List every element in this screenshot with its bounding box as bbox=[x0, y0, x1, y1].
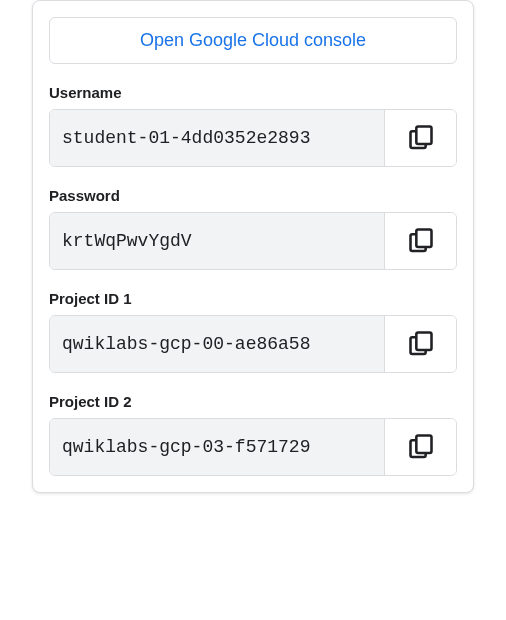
password-value: krtWqPwvYgdV bbox=[50, 213, 384, 269]
username-group: Username student-01-4dd0352e2893 bbox=[49, 84, 457, 167]
project-id-1-value: qwiklabs-gcp-00-ae86a58 bbox=[50, 316, 384, 372]
copy-icon bbox=[407, 329, 435, 360]
password-group: Password krtWqPwvYgdV bbox=[49, 187, 457, 270]
copy-icon bbox=[407, 432, 435, 463]
svg-rect-0 bbox=[416, 126, 431, 144]
svg-rect-1 bbox=[416, 229, 431, 247]
open-console-button[interactable]: Open Google Cloud console bbox=[49, 17, 457, 64]
project-id-1-group: Project ID 1 qwiklabs-gcp-00-ae86a58 bbox=[49, 290, 457, 373]
password-label: Password bbox=[49, 187, 457, 204]
project-id-2-group: Project ID 2 qwiklabs-gcp-03-f571729 bbox=[49, 393, 457, 476]
project-id-2-label: Project ID 2 bbox=[49, 393, 457, 410]
project-id-1-label: Project ID 1 bbox=[49, 290, 457, 307]
copy-password-button[interactable] bbox=[384, 213, 456, 269]
copy-username-button[interactable] bbox=[384, 110, 456, 166]
svg-rect-2 bbox=[416, 332, 431, 350]
svg-rect-3 bbox=[416, 435, 431, 453]
copy-icon bbox=[407, 226, 435, 257]
copy-project-id-2-button[interactable] bbox=[384, 419, 456, 475]
username-label: Username bbox=[49, 84, 457, 101]
copy-icon bbox=[407, 123, 435, 154]
project-id-1-row: qwiklabs-gcp-00-ae86a58 bbox=[49, 315, 457, 373]
username-row: student-01-4dd0352e2893 bbox=[49, 109, 457, 167]
username-value: student-01-4dd0352e2893 bbox=[50, 110, 384, 166]
project-id-2-value: qwiklabs-gcp-03-f571729 bbox=[50, 419, 384, 475]
credentials-card: Open Google Cloud console Username stude… bbox=[32, 0, 474, 493]
project-id-2-row: qwiklabs-gcp-03-f571729 bbox=[49, 418, 457, 476]
copy-project-id-1-button[interactable] bbox=[384, 316, 456, 372]
password-row: krtWqPwvYgdV bbox=[49, 212, 457, 270]
